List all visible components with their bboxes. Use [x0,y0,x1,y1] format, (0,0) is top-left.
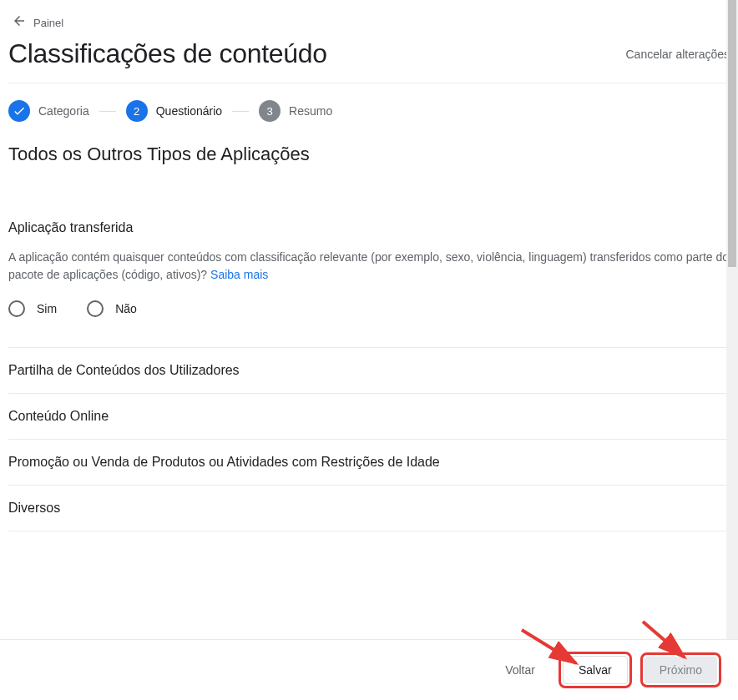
step-connector [232,111,249,112]
section-title: Conteúdo Online [8,409,730,424]
step-label: Categoria [38,104,89,118]
radio-icon [8,300,25,317]
section-description: A aplicação contém quaisquer conteúdos c… [8,249,730,284]
step-label: Resumo [289,104,332,118]
scrollbar-thumb[interactable] [728,0,736,267]
section-title: Partilha de Conteúdos dos Utilizadores [8,363,730,378]
step-number-icon: 2 [126,100,148,122]
section-miscellaneous[interactable]: Diversos [8,486,730,531]
cancel-changes-link[interactable]: Cancelar alterações [625,48,730,61]
stepper: Categoria 2 Questionário 3 Resumo [8,83,730,138]
subtitle: Todos os Outros Tipos de Aplicações [8,144,730,165]
section-user-content-sharing[interactable]: Partilha de Conteúdos dos Utilizadores [8,348,730,394]
step-connector [99,111,116,112]
annotation-highlight: Salvar [559,652,632,688]
section-online-content[interactable]: Conteúdo Online [8,394,730,440]
desc-text: A aplicação contém quaisquer conteúdos c… [8,250,729,281]
scrollbar-track[interactable] [726,0,738,700]
step-category[interactable]: Categoria [8,100,89,122]
radio-label: Sim [37,302,57,315]
back-arrow-icon [12,13,27,32]
step-number-icon: 3 [259,100,281,122]
annotation-highlight: Próximo [640,652,721,687]
footer: Voltar Salvar Próximo [0,639,738,700]
breadcrumb-label: Painel [33,17,63,29]
next-button[interactable]: Próximo [644,657,717,683]
step-summary[interactable]: 3 Resumo [259,100,332,122]
radio-label: Não [115,302,137,315]
check-icon [8,100,30,122]
section-title: Promoção ou Venda de Produtos ou Ativida… [8,455,730,470]
step-questionnaire[interactable]: 2 Questionário [126,100,222,122]
section-title: Diversos [8,501,730,516]
breadcrumb[interactable]: Painel [8,13,730,32]
section-transferred-app: Aplicação transferida A aplicação contém… [8,205,730,348]
save-button[interactable]: Salvar [563,656,628,684]
page-title: Classificações de conteúdo [8,38,327,69]
section-promotion[interactable]: Promoção ou Venda de Produtos ou Ativida… [8,440,730,486]
header-row: Classificações de conteúdo Cancelar alte… [8,38,730,83]
radio-icon [87,300,104,317]
radio-group: Sim Não [8,300,730,317]
section-title: Aplicação transferida [8,220,730,235]
radio-yes[interactable]: Sim [8,300,57,317]
step-label: Questionário [156,104,222,118]
back-button[interactable]: Voltar [490,657,550,683]
radio-no[interactable]: Não [87,300,137,317]
learn-more-link[interactable]: Saiba mais [210,268,268,281]
